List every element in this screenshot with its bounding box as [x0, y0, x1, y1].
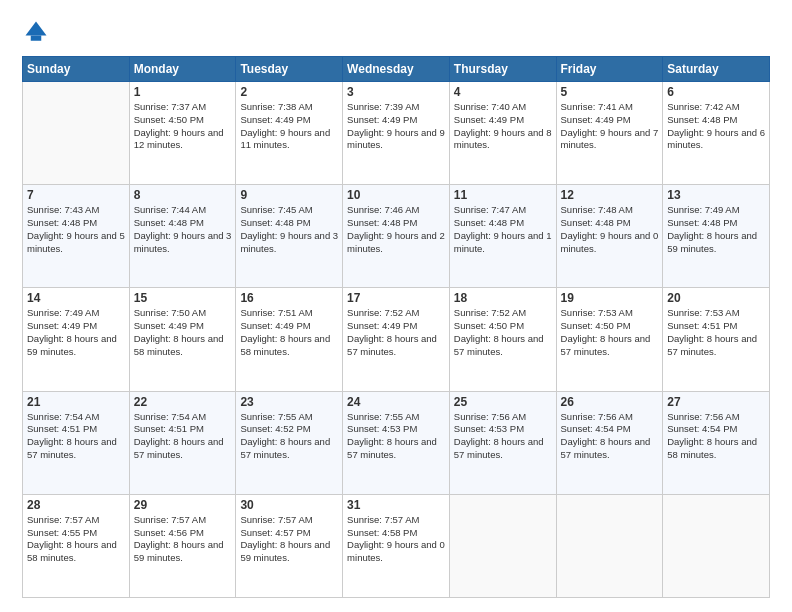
daylight: Daylight: 9 hours and 2 minutes.	[347, 230, 445, 254]
calendar-cell: 26 Sunrise: 7:56 AM Sunset: 4:54 PM Dayl…	[556, 391, 663, 494]
sunset: Sunset: 4:48 PM	[134, 217, 204, 228]
calendar-day-header: Friday	[556, 57, 663, 82]
sunrise: Sunrise: 7:37 AM	[134, 101, 206, 112]
cell-content: Sunrise: 7:56 AM Sunset: 4:54 PM Dayligh…	[561, 411, 659, 462]
day-number: 13	[667, 188, 765, 202]
calendar-cell	[663, 494, 770, 597]
sunrise: Sunrise: 7:48 AM	[561, 204, 633, 215]
sunset: Sunset: 4:49 PM	[134, 320, 204, 331]
sunset: Sunset: 4:49 PM	[347, 114, 417, 125]
daylight: Daylight: 9 hours and 7 minutes.	[561, 127, 659, 151]
calendar-cell: 10 Sunrise: 7:46 AM Sunset: 4:48 PM Dayl…	[343, 185, 450, 288]
sunrise: Sunrise: 7:47 AM	[454, 204, 526, 215]
daylight: Daylight: 8 hours and 58 minutes.	[667, 436, 757, 460]
calendar-header-row: SundayMondayTuesdayWednesdayThursdayFrid…	[23, 57, 770, 82]
sunset: Sunset: 4:49 PM	[240, 114, 310, 125]
calendar-cell: 25 Sunrise: 7:56 AM Sunset: 4:53 PM Dayl…	[449, 391, 556, 494]
day-number: 3	[347, 85, 445, 99]
sunrise: Sunrise: 7:56 AM	[667, 411, 739, 422]
calendar-cell: 22 Sunrise: 7:54 AM Sunset: 4:51 PM Dayl…	[129, 391, 236, 494]
calendar: SundayMondayTuesdayWednesdayThursdayFrid…	[22, 56, 770, 598]
cell-content: Sunrise: 7:51 AM Sunset: 4:49 PM Dayligh…	[240, 307, 338, 358]
daylight: Daylight: 8 hours and 57 minutes.	[27, 436, 117, 460]
sunrise: Sunrise: 7:53 AM	[667, 307, 739, 318]
calendar-cell: 11 Sunrise: 7:47 AM Sunset: 4:48 PM Dayl…	[449, 185, 556, 288]
day-number: 7	[27, 188, 125, 202]
calendar-cell: 17 Sunrise: 7:52 AM Sunset: 4:49 PM Dayl…	[343, 288, 450, 391]
sunrise: Sunrise: 7:55 AM	[347, 411, 419, 422]
cell-content: Sunrise: 7:41 AM Sunset: 4:49 PM Dayligh…	[561, 101, 659, 152]
calendar-week-row: 28 Sunrise: 7:57 AM Sunset: 4:55 PM Dayl…	[23, 494, 770, 597]
sunrise: Sunrise: 7:55 AM	[240, 411, 312, 422]
calendar-cell: 16 Sunrise: 7:51 AM Sunset: 4:49 PM Dayl…	[236, 288, 343, 391]
calendar-day-header: Tuesday	[236, 57, 343, 82]
sunset: Sunset: 4:48 PM	[667, 217, 737, 228]
calendar-cell	[556, 494, 663, 597]
daylight: Daylight: 9 hours and 9 minutes.	[347, 127, 445, 151]
header	[22, 18, 770, 46]
sunrise: Sunrise: 7:41 AM	[561, 101, 633, 112]
sunrise: Sunrise: 7:57 AM	[27, 514, 99, 525]
sunrise: Sunrise: 7:52 AM	[454, 307, 526, 318]
day-number: 31	[347, 498, 445, 512]
daylight: Daylight: 8 hours and 57 minutes.	[454, 333, 544, 357]
day-number: 15	[134, 291, 232, 305]
day-number: 10	[347, 188, 445, 202]
daylight: Daylight: 9 hours and 11 minutes.	[240, 127, 330, 151]
calendar-week-row: 14 Sunrise: 7:49 AM Sunset: 4:49 PM Dayl…	[23, 288, 770, 391]
calendar-cell: 29 Sunrise: 7:57 AM Sunset: 4:56 PM Dayl…	[129, 494, 236, 597]
day-number: 28	[27, 498, 125, 512]
daylight: Daylight: 8 hours and 59 minutes.	[667, 230, 757, 254]
sunrise: Sunrise: 7:56 AM	[561, 411, 633, 422]
calendar-cell: 5 Sunrise: 7:41 AM Sunset: 4:49 PM Dayli…	[556, 82, 663, 185]
cell-content: Sunrise: 7:57 AM Sunset: 4:57 PM Dayligh…	[240, 514, 338, 565]
sunrise: Sunrise: 7:52 AM	[347, 307, 419, 318]
calendar-cell: 3 Sunrise: 7:39 AM Sunset: 4:49 PM Dayli…	[343, 82, 450, 185]
day-number: 1	[134, 85, 232, 99]
day-number: 27	[667, 395, 765, 409]
cell-content: Sunrise: 7:43 AM Sunset: 4:48 PM Dayligh…	[27, 204, 125, 255]
cell-content: Sunrise: 7:50 AM Sunset: 4:49 PM Dayligh…	[134, 307, 232, 358]
daylight: Daylight: 8 hours and 57 minutes.	[347, 436, 437, 460]
day-number: 20	[667, 291, 765, 305]
daylight: Daylight: 8 hours and 59 minutes.	[27, 333, 117, 357]
cell-content: Sunrise: 7:44 AM Sunset: 4:48 PM Dayligh…	[134, 204, 232, 255]
daylight: Daylight: 9 hours and 1 minute.	[454, 230, 552, 254]
calendar-week-row: 21 Sunrise: 7:54 AM Sunset: 4:51 PM Dayl…	[23, 391, 770, 494]
calendar-cell: 21 Sunrise: 7:54 AM Sunset: 4:51 PM Dayl…	[23, 391, 130, 494]
day-number: 24	[347, 395, 445, 409]
daylight: Daylight: 9 hours and 0 minutes.	[347, 539, 445, 563]
calendar-cell: 31 Sunrise: 7:57 AM Sunset: 4:58 PM Dayl…	[343, 494, 450, 597]
sunset: Sunset: 4:48 PM	[561, 217, 631, 228]
calendar-cell: 7 Sunrise: 7:43 AM Sunset: 4:48 PM Dayli…	[23, 185, 130, 288]
day-number: 11	[454, 188, 552, 202]
daylight: Daylight: 8 hours and 57 minutes.	[240, 436, 330, 460]
cell-content: Sunrise: 7:56 AM Sunset: 4:53 PM Dayligh…	[454, 411, 552, 462]
sunrise: Sunrise: 7:56 AM	[454, 411, 526, 422]
day-number: 2	[240, 85, 338, 99]
sunrise: Sunrise: 7:43 AM	[27, 204, 99, 215]
calendar-day-header: Saturday	[663, 57, 770, 82]
daylight: Daylight: 8 hours and 59 minutes.	[240, 539, 330, 563]
day-number: 29	[134, 498, 232, 512]
sunrise: Sunrise: 7:39 AM	[347, 101, 419, 112]
sunset: Sunset: 4:49 PM	[561, 114, 631, 125]
calendar-cell: 18 Sunrise: 7:52 AM Sunset: 4:50 PM Dayl…	[449, 288, 556, 391]
calendar-cell: 24 Sunrise: 7:55 AM Sunset: 4:53 PM Dayl…	[343, 391, 450, 494]
day-number: 12	[561, 188, 659, 202]
daylight: Daylight: 8 hours and 58 minutes.	[240, 333, 330, 357]
calendar-day-header: Sunday	[23, 57, 130, 82]
daylight: Daylight: 8 hours and 57 minutes.	[561, 333, 651, 357]
sunset: Sunset: 4:57 PM	[240, 527, 310, 538]
daylight: Daylight: 8 hours and 58 minutes.	[134, 333, 224, 357]
day-number: 4	[454, 85, 552, 99]
sunset: Sunset: 4:51 PM	[667, 320, 737, 331]
daylight: Daylight: 8 hours and 59 minutes.	[134, 539, 224, 563]
calendar-cell: 30 Sunrise: 7:57 AM Sunset: 4:57 PM Dayl…	[236, 494, 343, 597]
sunset: Sunset: 4:54 PM	[667, 423, 737, 434]
day-number: 23	[240, 395, 338, 409]
cell-content: Sunrise: 7:57 AM Sunset: 4:58 PM Dayligh…	[347, 514, 445, 565]
cell-content: Sunrise: 7:48 AM Sunset: 4:48 PM Dayligh…	[561, 204, 659, 255]
calendar-cell: 9 Sunrise: 7:45 AM Sunset: 4:48 PM Dayli…	[236, 185, 343, 288]
sunset: Sunset: 4:49 PM	[454, 114, 524, 125]
